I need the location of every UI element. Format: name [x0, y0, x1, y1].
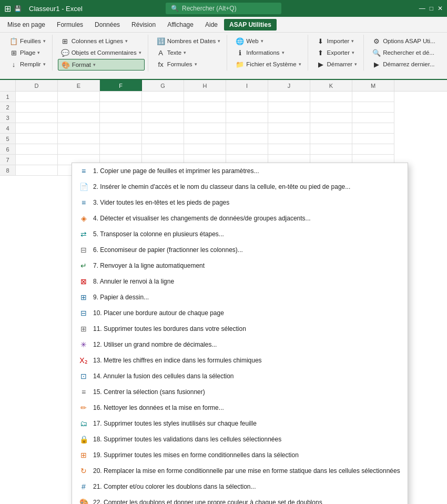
list-item[interactable]: 🎨22. Compter les doublons et donner une … [72, 495, 408, 504]
list-item[interactable]: ⊟10. Placer une bordure autour de chaque… [72, 305, 408, 321]
table-row: 6 [0, 144, 447, 155]
search-input[interactable] [182, 5, 271, 12]
cell-d2[interactable] [16, 102, 58, 113]
nombres-btn[interactable]: 🔢 Nombres et Dates ▾ [154, 36, 224, 46]
format-btn[interactable]: 🎨 Format ▾ [58, 59, 145, 70]
menu-item-donnees[interactable]: Données [89, 19, 125, 31]
demarrez-btn[interactable]: ▶ Démarrez dernier... [369, 59, 439, 69]
list-item[interactable]: ⊠8. Annuler le renvoi à la ligne [72, 274, 408, 289]
cell-i1[interactable] [226, 92, 268, 102]
col-lignes-btn[interactable]: ⊞ Colonnes et Lignes ▾ [58, 36, 145, 46]
cell-i2[interactable] [226, 102, 268, 113]
fichier-icon: 📁 [236, 60, 244, 68]
col-header-g: G [142, 80, 184, 91]
cell-k2[interactable] [310, 102, 352, 113]
list-item[interactable]: X₂13. Mettre les chiffres en indice dans… [72, 352, 408, 368]
web-btn[interactable]: 🌐 Web ▾ [232, 36, 304, 46]
dropdown-item-text: 13. Mettre les chiffres en indice dans l… [93, 357, 401, 364]
demarrer-btn[interactable]: ▶ Démarrer ▾ [313, 59, 361, 69]
cell-d1[interactable] [16, 92, 58, 102]
row-num-header [0, 80, 16, 91]
feuilles-icon: 📋 [9, 37, 18, 45]
close-icon[interactable]: ✕ [438, 5, 443, 12]
formules-ribbon-btn[interactable]: fx Formules ▾ [154, 59, 224, 69]
search-box[interactable]: 🔍 [166, 3, 281, 14]
plage-btn[interactable]: ⊞ Plage ▾ [6, 47, 49, 58]
objets-caret: ▾ [139, 50, 141, 55]
table-row: 5 [0, 134, 447, 144]
list-item[interactable]: 🔒18. Supprimer toutes les validations da… [72, 431, 408, 447]
texte-btn[interactable]: A Texte ▾ [154, 47, 224, 58]
dropdown-item-text: 16. Nettoyer les données et la mise en f… [93, 404, 401, 411]
ribbon-group-web: 🌐 Web ▾ ℹ Informations ▾ 📁 Fichier et Sy… [229, 35, 308, 70]
dropdown-item-icon: ≡ [78, 166, 89, 176]
cell-f1[interactable] [100, 92, 142, 102]
menu-item-mise-en-page[interactable]: Mise en page [2, 19, 50, 31]
list-item[interactable]: ⊞9. Papier à dessin... [72, 289, 408, 305]
dropdown-item-icon: 🔒 [78, 434, 89, 445]
search-icon: 🔍 [171, 5, 179, 12]
maximize-icon[interactable]: □ [430, 5, 433, 12]
dropdown-item-icon: 🗂 [78, 418, 89, 429]
cell-j2[interactable] [268, 102, 310, 113]
options-icon: ⚙ [372, 37, 381, 45]
dropdown-item-icon: ↻ [78, 466, 89, 476]
feuilles-btn[interactable]: 📋 Feuilles ▾ [6, 36, 49, 46]
grid-header: D E F G H I J K M [0, 80, 447, 92]
menu-item-revision[interactable]: Révision [126, 19, 161, 31]
cell-h1[interactable] [184, 92, 226, 102]
list-item[interactable]: ≡3. Vider toutes les en-têtes et les pie… [72, 195, 408, 210]
col-icon: ⊞ [61, 37, 69, 45]
list-item[interactable]: ⊟6. Economiseur de papier (fractionner l… [72, 242, 408, 258]
remplir-btn[interactable]: ↓ Remplir ▾ [6, 59, 49, 69]
cell-g1[interactable] [142, 92, 184, 102]
cell-e1[interactable] [58, 92, 100, 102]
objets-btn[interactable]: 💬 Objets et Commentaires ▾ [58, 47, 145, 58]
cell-j1[interactable] [268, 92, 310, 102]
dropdown-item-text: 5. Transposer la colonne en plusieurs ét… [93, 230, 401, 238]
dropdown-item-text: 17. Supprimer toutes les styles inutilis… [93, 420, 401, 427]
fichier-btn[interactable]: 📁 Fichier et Système ▾ [232, 59, 304, 69]
menu-item-formules[interactable]: Formules [52, 19, 88, 31]
exporter-btn[interactable]: ⬆ Exporter ▾ [313, 47, 361, 58]
menu-item-aide[interactable]: Aide [200, 19, 223, 31]
informations-btn[interactable]: ℹ Informations ▾ [232, 47, 304, 58]
cell-h2[interactable] [184, 102, 226, 113]
cell-f2[interactable] [100, 102, 142, 113]
ribbon-group-options: ⚙ Options ASAP Uti... 🔍 Rechercher et dé… [366, 35, 442, 70]
dropdown-item-icon: ✳ [78, 339, 89, 350]
menu-item-affichage[interactable]: Affichage [162, 19, 199, 31]
cell-e2[interactable] [58, 102, 100, 113]
demarrer-caret: ▾ [354, 62, 357, 67]
rechercher-de-btn[interactable]: 🔍 Rechercher et dé... [369, 47, 439, 58]
cell-m2[interactable] [352, 102, 394, 113]
dropdown-item-text: 10. Placer une bordure autour de chaque … [93, 309, 401, 317]
cell-m1[interactable] [352, 92, 394, 102]
list-item[interactable]: ◈4. Détecter et visualiser les changemen… [72, 210, 408, 226]
list-item[interactable]: ✳12. Utiliser un grand nombre de décimal… [72, 337, 408, 352]
cell-g2[interactable] [142, 102, 184, 113]
menu-item-asap[interactable]: ASAP Utilities [224, 19, 277, 31]
dropdown-item-text: 11. Supprimer toutes les bordures dans v… [93, 325, 401, 332]
list-item[interactable]: ✏16. Nettoyer les données et la mise en … [72, 400, 408, 416]
list-item[interactable]: ⊞19. Supprimer toutes les mises en forme… [72, 447, 408, 463]
cell-k1[interactable] [310, 92, 352, 102]
list-item[interactable]: 🗂17. Supprimer toutes les styles inutili… [72, 416, 408, 431]
list-item[interactable]: 📄2. Insérer le chemin d'accès et le nom … [72, 179, 408, 195]
importer-btn[interactable]: ⬇ Importer ▾ [313, 36, 361, 46]
minimize-icon[interactable]: — [419, 5, 425, 12]
dropdown-item-text: 1. Copier une page de feuilles et imprim… [93, 167, 401, 175]
list-item[interactable]: ≡15. Centrer la sélection (sans fusionne… [72, 384, 408, 400]
dropdown-item-text: 8. Annuler le renvoi à la ligne [93, 278, 401, 285]
list-item[interactable]: #21. Compter et/ou colorer les doublons … [72, 479, 408, 495]
dropdown-item-text: 19. Supprimer toutes les mises en forme … [93, 451, 401, 459]
list-item[interactable]: ↻20. Remplacer la mise en forme conditio… [72, 463, 408, 479]
list-item[interactable]: ⊡14. Annuler la fusion des cellules dans… [72, 368, 408, 384]
list-item[interactable]: ↵7. Renvoyer à la ligne automatiquement [72, 258, 408, 274]
table-row: 2 [0, 102, 447, 113]
list-item[interactable]: ⊞11. Supprimer toutes les bordures dans … [72, 321, 408, 337]
dropdown-item-icon: X₂ [78, 355, 89, 366]
list-item[interactable]: ≡1. Copier une page de feuilles et impri… [72, 163, 408, 179]
options-asap-btn[interactable]: ⚙ Options ASAP Uti... [369, 36, 439, 46]
list-item[interactable]: ⇄5. Transposer la colonne en plusieurs é… [72, 226, 408, 242]
